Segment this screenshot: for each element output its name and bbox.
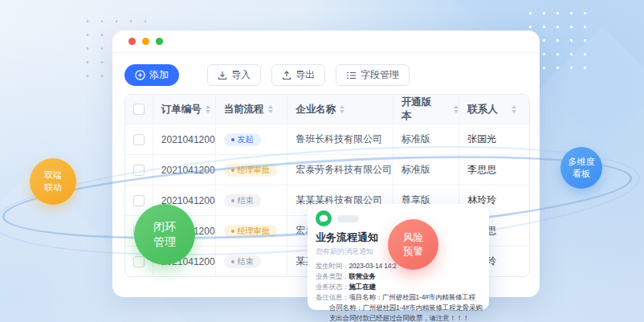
column-label: 开通版本 [401,96,441,123]
callout-risk-warning: 风险 预警 [388,219,438,270]
callout-text: 多维度 [569,156,595,168]
sender-placeholder [337,215,359,222]
callout-text: 风险 [403,231,423,245]
status-dot-icon [231,169,234,172]
minimize-window-dot[interactable] [142,38,149,45]
callout-text: 联动 [44,181,62,194]
callout-text: 看板 [573,168,590,180]
callout-text: 预警 [403,245,423,259]
export-button[interactable]: 导出 [271,64,325,86]
field-biz-type: 业务类型： 联营业务 [316,271,483,282]
field-value: 施工在建 [349,282,376,292]
flow-label: 结束 [238,197,254,205]
contact-cell: 李思思 [459,155,529,185]
row-checkbox[interactable] [133,195,145,206]
flow-status-badge: 结束 [224,255,261,268]
list-settings-icon [346,71,357,80]
column-label: 联系人 [467,103,498,116]
version-cell: 标准版 [393,124,460,154]
flow-label: 发起 [238,136,254,144]
callout-closed-loop: 闭环 管理 [134,204,195,265]
row-checkbox[interactable] [133,256,145,267]
add-button-label: 添加 [149,68,169,82]
field-remark-line2: 合同名称：广州碧桂园1-4#市内精装修工程龙骨采购合同 [316,303,483,313]
import-button[interactable]: 导入 [207,64,261,86]
import-button-label: 导入 [231,68,251,82]
flow-status-badge: 结束 [224,194,261,207]
column-label: 当前流程 [224,103,264,116]
sort-arrows-icon[interactable] [512,105,516,113]
order-no-cell: 20210412001 [153,124,216,154]
table-row: 20210412001 发起 鲁班长科技有限公司 标准版 张国光 [125,124,529,154]
row-checkbox[interactable] [133,165,145,176]
field-value: 联营业务 [349,271,376,282]
circle-plus-icon [135,70,145,80]
column-header-contact[interactable]: 联系人 [459,95,529,124]
callout-text: 管理 [153,234,176,250]
column-header-flow[interactable]: 当前流程 [216,95,288,124]
status-dot-icon [231,138,234,141]
field-label: 发生时间： [316,261,349,271]
callout-dashboard: 多维度 看板 [560,147,602,189]
sort-arrows-icon[interactable] [206,105,210,113]
field-value: 支出合同付款已经超过合同收票，请注意！！！ [329,313,469,322]
callout-text: 双端 [44,169,62,181]
status-dot-icon [231,260,234,263]
flow-status-badge: 经理审批 [224,164,277,177]
company-cell: 鲁班长科技有限公司 [287,124,393,154]
field-value: 合同名称：广州碧桂园1-4#市内精装修工程龙骨采购合同 [329,303,483,313]
callout-dual-linkage: 双端 联动 [30,158,76,205]
row-checkbox[interactable] [133,134,145,145]
flow-status-badge: 发起 [224,133,261,146]
flow-label: 经理审批 [238,227,270,235]
notification-fields: 发生时间： 2023-03-14 14:2 业务类型： 联营业务 业务状态： 施… [316,261,483,322]
contact-cell: 张国光 [459,124,529,154]
field-label: 业务状态： [316,282,349,292]
field-manage-button[interactable]: 字段管理 [336,64,410,86]
field-label: 业务类型： [316,271,349,282]
field-remark: 备注信息： 项目名称：广州碧桂园1-4#市内精装修工程 [316,292,483,303]
column-header-company[interactable]: 企业名称 [287,95,393,124]
field-value: 项目名称：广州碧桂园1-4#市内精装修工程 [349,292,475,303]
sort-arrows-icon[interactable] [454,105,459,113]
order-no-cell: 20210412002 [153,155,216,185]
add-button[interactable]: 添加 [124,64,179,86]
field-label: 备注信息： [316,292,349,303]
sort-arrows-icon[interactable] [340,105,344,113]
close-window-dot[interactable] [128,38,136,45]
flow-status-badge: 经理审批 [224,225,277,238]
export-button-label: 导出 [296,68,315,82]
chat-bubble-icon [316,210,332,226]
status-dot-icon [231,199,234,202]
version-cell: 标准版 [393,155,460,185]
table-row: 20210412002 经理审批 宏泰劳务科技有限公司 标准版 李思思 [125,154,529,185]
table-header-row: 订单编号 当前流程 企业名称 开通版本 联系人 [125,95,529,124]
toolbar: 添加 导入 导出 字段管理 [112,53,540,86]
select-all-checkbox[interactable] [133,104,145,115]
flow-label: 经理审批 [238,166,270,174]
column-label: 企业名称 [296,103,336,116]
column-header-order-no[interactable]: 订单编号 [153,95,216,124]
window-titlebar [112,31,540,53]
maximize-window-dot[interactable] [156,38,163,45]
flow-label: 结束 [238,258,254,266]
field-manage-button-label: 字段管理 [361,68,399,82]
callout-text: 闭环 [153,219,176,234]
status-dot-icon [231,230,234,233]
field-value: 2023-03-14 14:2 [349,261,397,271]
upload-tray-icon [282,71,291,80]
download-tray-icon [218,71,227,80]
company-cell: 宏泰劳务科技有限公司 [287,155,393,185]
field-remark-line3: 支出合同付款已经超过合同收票，请注意！！！ [316,313,483,322]
sort-arrows-icon[interactable] [268,105,273,113]
column-header-version[interactable]: 开通版本 [393,95,460,124]
field-biz-status: 业务状态： 施工在建 [316,282,483,292]
column-label: 订单编号 [161,103,202,116]
